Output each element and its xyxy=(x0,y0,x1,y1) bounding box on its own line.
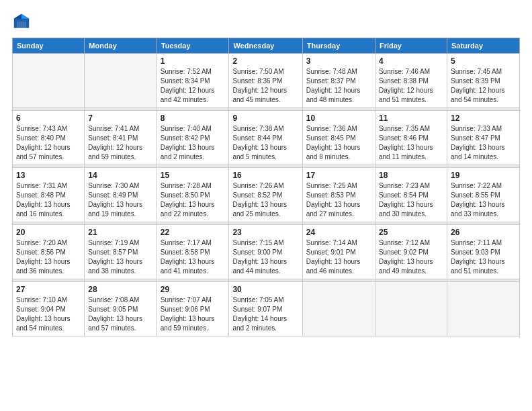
day-number: 2 xyxy=(232,56,298,66)
day-cell: 20Sunrise: 7:20 AM Sunset: 8:56 PM Dayli… xyxy=(13,225,85,279)
day-cell: 3Sunrise: 7:48 AM Sunset: 8:37 PM Daylig… xyxy=(302,54,375,108)
day-number: 5 xyxy=(451,56,516,66)
day-number: 14 xyxy=(88,171,152,180)
day-number: 21 xyxy=(88,228,152,237)
week-row-5: 27Sunrise: 7:10 AM Sunset: 9:04 PM Dayli… xyxy=(13,282,520,336)
day-cell xyxy=(85,54,157,108)
weekday-header-saturday: Saturday xyxy=(447,38,519,54)
day-number: 22 xyxy=(161,228,226,237)
weekday-header-monday: Monday xyxy=(85,38,157,54)
day-cell: 5Sunrise: 7:45 AM Sunset: 8:39 PM Daylig… xyxy=(447,54,519,108)
day-cell: 30Sunrise: 7:05 AM Sunset: 9:07 PM Dayli… xyxy=(229,282,302,336)
day-cell: 1Sunrise: 7:52 AM Sunset: 8:34 PM Daylig… xyxy=(157,54,229,108)
day-cell xyxy=(447,282,519,336)
day-info: Sunrise: 7:11 AM Sunset: 9:03 PM Dayligh… xyxy=(451,238,516,276)
week-row-2: 6Sunrise: 7:43 AM Sunset: 8:40 PM Daylig… xyxy=(13,111,520,165)
day-info: Sunrise: 7:31 AM Sunset: 8:48 PM Dayligh… xyxy=(16,181,81,219)
day-number: 3 xyxy=(306,56,371,66)
day-info: Sunrise: 7:22 AM Sunset: 8:55 PM Dayligh… xyxy=(451,181,516,219)
day-cell: 12Sunrise: 7:33 AM Sunset: 8:47 PM Dayli… xyxy=(447,111,519,165)
day-info: Sunrise: 7:45 AM Sunset: 8:39 PM Dayligh… xyxy=(451,67,516,105)
day-info: Sunrise: 7:38 AM Sunset: 8:44 PM Dayligh… xyxy=(232,124,298,162)
day-number: 24 xyxy=(306,228,371,237)
day-cell: 9Sunrise: 7:38 AM Sunset: 8:44 PM Daylig… xyxy=(229,111,302,165)
day-cell: 23Sunrise: 7:15 AM Sunset: 9:00 PM Dayli… xyxy=(229,225,302,279)
day-cell: 26Sunrise: 7:11 AM Sunset: 9:03 PM Dayli… xyxy=(447,225,519,279)
day-number: 10 xyxy=(306,113,371,123)
page: SundayMondayTuesdayWednesdayThursdayFrid… xyxy=(0,0,532,411)
logo-icon xyxy=(12,12,31,31)
day-cell: 25Sunrise: 7:12 AM Sunset: 9:02 PM Dayli… xyxy=(375,225,447,279)
day-number: 27 xyxy=(16,285,81,294)
day-cell: 21Sunrise: 7:19 AM Sunset: 8:57 PM Dayli… xyxy=(85,225,157,279)
day-cell: 14Sunrise: 7:30 AM Sunset: 8:49 PM Dayli… xyxy=(85,168,157,222)
day-info: Sunrise: 7:48 AM Sunset: 8:37 PM Dayligh… xyxy=(306,67,371,105)
day-cell: 11Sunrise: 7:35 AM Sunset: 8:46 PM Dayli… xyxy=(375,111,447,165)
day-info: Sunrise: 7:40 AM Sunset: 8:42 PM Dayligh… xyxy=(161,124,226,162)
day-number: 4 xyxy=(379,56,443,66)
day-number: 11 xyxy=(379,113,443,123)
day-cell: 10Sunrise: 7:36 AM Sunset: 8:45 PM Dayli… xyxy=(302,111,375,165)
day-number: 16 xyxy=(232,171,298,180)
day-number: 18 xyxy=(379,171,443,180)
day-number: 28 xyxy=(88,285,152,294)
day-number: 7 xyxy=(88,113,152,123)
calendar-table: SundayMondayTuesdayWednesdayThursdayFrid… xyxy=(12,38,520,336)
day-info: Sunrise: 7:30 AM Sunset: 8:49 PM Dayligh… xyxy=(88,181,152,219)
logo xyxy=(12,12,35,31)
day-cell: 27Sunrise: 7:10 AM Sunset: 9:04 PM Dayli… xyxy=(13,282,85,336)
day-number: 25 xyxy=(379,228,443,237)
day-info: Sunrise: 7:28 AM Sunset: 8:50 PM Dayligh… xyxy=(161,181,226,219)
day-info: Sunrise: 7:50 AM Sunset: 8:36 PM Dayligh… xyxy=(232,67,298,105)
header xyxy=(12,12,520,31)
day-number: 23 xyxy=(232,228,298,237)
svg-marker-2 xyxy=(14,14,21,19)
day-cell: 2Sunrise: 7:50 AM Sunset: 8:36 PM Daylig… xyxy=(229,54,302,108)
week-row-3: 13Sunrise: 7:31 AM Sunset: 8:48 PM Dayli… xyxy=(13,168,520,222)
day-number: 19 xyxy=(451,171,516,180)
day-cell: 4Sunrise: 7:46 AM Sunset: 8:38 PM Daylig… xyxy=(375,54,447,108)
day-number: 17 xyxy=(306,171,371,180)
weekday-header-sunday: Sunday xyxy=(13,38,85,54)
day-info: Sunrise: 7:12 AM Sunset: 9:02 PM Dayligh… xyxy=(379,238,443,276)
day-number: 9 xyxy=(232,113,298,123)
day-cell: 22Sunrise: 7:17 AM Sunset: 8:58 PM Dayli… xyxy=(157,225,229,279)
day-cell: 24Sunrise: 7:14 AM Sunset: 9:01 PM Dayli… xyxy=(302,225,375,279)
day-cell xyxy=(302,282,375,336)
day-number: 15 xyxy=(161,171,226,180)
weekday-header-row: SundayMondayTuesdayWednesdayThursdayFrid… xyxy=(13,38,520,54)
weekday-header-wednesday: Wednesday xyxy=(229,38,302,54)
day-info: Sunrise: 7:26 AM Sunset: 8:52 PM Dayligh… xyxy=(232,181,298,219)
weekday-header-tuesday: Tuesday xyxy=(157,38,229,54)
day-number: 8 xyxy=(161,113,226,123)
week-row-1: 1Sunrise: 7:52 AM Sunset: 8:34 PM Daylig… xyxy=(13,54,520,108)
weekday-header-thursday: Thursday xyxy=(302,38,375,54)
day-info: Sunrise: 7:43 AM Sunset: 8:40 PM Dayligh… xyxy=(16,124,81,162)
svg-marker-1 xyxy=(21,14,29,19)
day-number: 29 xyxy=(161,285,226,294)
day-info: Sunrise: 7:23 AM Sunset: 8:54 PM Dayligh… xyxy=(379,181,443,219)
day-info: Sunrise: 7:17 AM Sunset: 8:58 PM Dayligh… xyxy=(161,238,226,276)
day-info: Sunrise: 7:35 AM Sunset: 8:46 PM Dayligh… xyxy=(379,124,443,162)
day-cell: 18Sunrise: 7:23 AM Sunset: 8:54 PM Dayli… xyxy=(375,168,447,222)
day-number: 6 xyxy=(16,113,81,123)
day-number: 30 xyxy=(232,285,298,294)
day-cell: 7Sunrise: 7:41 AM Sunset: 8:41 PM Daylig… xyxy=(85,111,157,165)
day-cell: 13Sunrise: 7:31 AM Sunset: 8:48 PM Dayli… xyxy=(13,168,85,222)
day-info: Sunrise: 7:46 AM Sunset: 8:38 PM Dayligh… xyxy=(379,67,443,105)
day-info: Sunrise: 7:52 AM Sunset: 8:34 PM Dayligh… xyxy=(161,67,226,105)
day-cell: 28Sunrise: 7:08 AM Sunset: 9:05 PM Dayli… xyxy=(85,282,157,336)
svg-rect-3 xyxy=(17,21,26,28)
day-info: Sunrise: 7:15 AM Sunset: 9:00 PM Dayligh… xyxy=(232,238,298,276)
day-info: Sunrise: 7:36 AM Sunset: 8:45 PM Dayligh… xyxy=(306,124,371,162)
week-row-4: 20Sunrise: 7:20 AM Sunset: 8:56 PM Dayli… xyxy=(13,225,520,279)
day-info: Sunrise: 7:19 AM Sunset: 8:57 PM Dayligh… xyxy=(88,238,152,276)
day-cell xyxy=(375,282,447,336)
day-cell: 6Sunrise: 7:43 AM Sunset: 8:40 PM Daylig… xyxy=(13,111,85,165)
weekday-header-friday: Friday xyxy=(375,38,447,54)
day-info: Sunrise: 7:41 AM Sunset: 8:41 PM Dayligh… xyxy=(88,124,152,162)
day-cell: 17Sunrise: 7:25 AM Sunset: 8:53 PM Dayli… xyxy=(302,168,375,222)
day-info: Sunrise: 7:20 AM Sunset: 8:56 PM Dayligh… xyxy=(16,238,81,276)
day-info: Sunrise: 7:05 AM Sunset: 9:07 PM Dayligh… xyxy=(232,295,298,333)
day-number: 13 xyxy=(16,171,81,180)
